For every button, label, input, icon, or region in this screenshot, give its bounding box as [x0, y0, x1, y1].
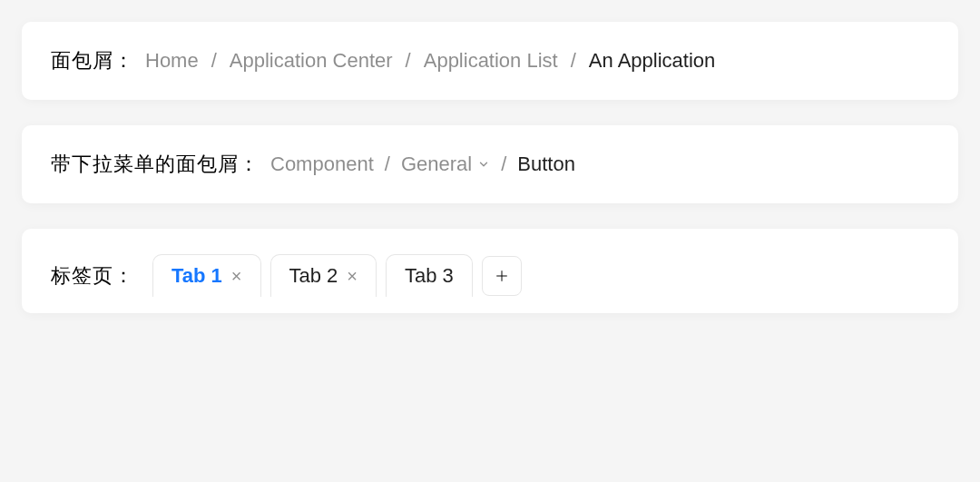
breadcrumb-item-current: An Application [589, 49, 715, 73]
breadcrumb-item-component[interactable]: Component [270, 152, 374, 176]
breadcrumb-dropdown-text: General [401, 152, 472, 176]
tab-label: Tab 1 [172, 264, 222, 288]
breadcrumb-dropdown: 带下拉菜单的面包屑： Component / General / Button [51, 151, 929, 178]
tabs-label: 标签页： [51, 262, 134, 290]
breadcrumb-separator: / [406, 49, 411, 73]
tabs-container: 标签页： Tab 1 × Tab 2 × Tab 3 [51, 254, 929, 297]
tab-2[interactable]: Tab 2 × [270, 254, 377, 297]
tabs-list: Tab 1 × Tab 2 × Tab 3 [152, 254, 522, 297]
close-icon[interactable]: × [231, 267, 242, 285]
tab-1[interactable]: Tab 1 × [152, 254, 261, 297]
breadcrumb-dropdown-card: 带下拉菜单的面包屑： Component / General / Button [22, 125, 958, 203]
breadcrumb-item-app-center[interactable]: Application Center [230, 49, 393, 73]
breadcrumb-dropdown-label: 带下拉菜单的面包屑： [51, 151, 260, 178]
breadcrumb-item-general-dropdown[interactable]: General [401, 152, 490, 176]
breadcrumb-item-home[interactable]: Home [145, 49, 199, 73]
chevron-down-icon [477, 158, 490, 171]
tabs-card: 标签页： Tab 1 × Tab 2 × Tab 3 [22, 229, 958, 313]
breadcrumb-separator: / [211, 49, 217, 73]
breadcrumb-separator: / [501, 152, 506, 176]
breadcrumb-label: 面包屑： [51, 47, 134, 74]
breadcrumb-separator: / [385, 152, 390, 176]
tab-label: Tab 3 [405, 264, 454, 288]
tab-3[interactable]: Tab 3 [386, 254, 473, 297]
add-tab-button[interactable] [482, 256, 522, 296]
breadcrumb-item-current: Button [517, 152, 575, 176]
breadcrumb-basic-card: 面包屑： Home / Application Center / Applica… [22, 22, 958, 100]
close-icon[interactable]: × [347, 267, 358, 285]
breadcrumb-basic: 面包屑： Home / Application Center / Applica… [51, 47, 929, 74]
breadcrumb-separator: / [571, 49, 576, 73]
breadcrumb-item-app-list[interactable]: Application List [424, 49, 558, 73]
tab-label: Tab 2 [289, 264, 338, 288]
